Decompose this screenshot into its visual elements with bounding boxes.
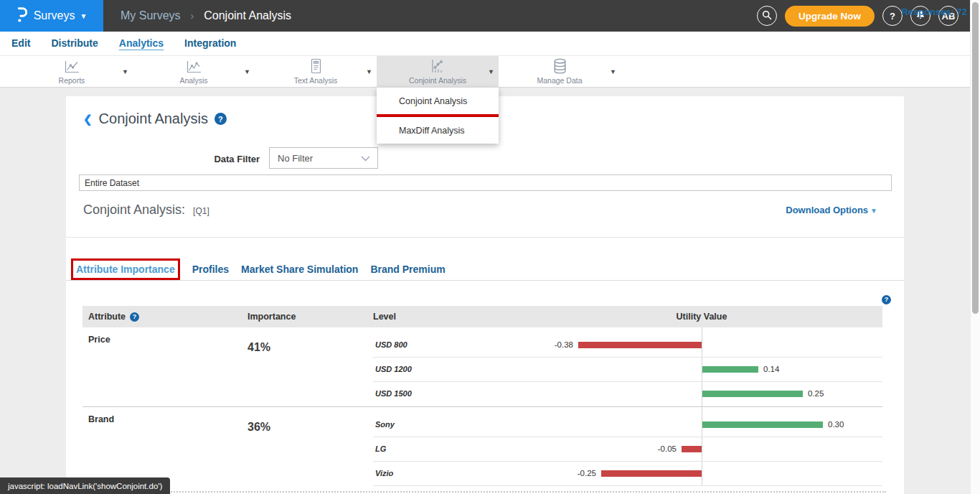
- toolbar-item-reports[interactable]: Reports▼: [11, 56, 133, 88]
- breadcrumb: My Surveys › Conjoint Analysis: [121, 9, 291, 22]
- download-options-button[interactable]: Download Options▼: [786, 205, 877, 215]
- column-importance: Importance: [248, 312, 373, 322]
- breadcrumb-current: Conjoint Analysis: [204, 9, 291, 22]
- toolbar-item-label: Reports: [59, 76, 85, 85]
- divider: [66, 237, 904, 238]
- level-row: Vizio-0.25: [373, 462, 882, 486]
- nav-item-analytics[interactable]: Analytics: [119, 37, 164, 50]
- toolbar-item-analysis[interactable]: Analysis▼: [133, 56, 255, 88]
- level-label: Vizio: [375, 469, 393, 477]
- scrollbar-thumb[interactable]: [972, 2, 979, 314]
- top-bar: Surveys ▼ My Surveys › Conjoint Analysis…: [0, 0, 970, 32]
- utility-bar: [702, 366, 758, 373]
- toolbar-item-manage-data[interactable]: Manage Data▼: [499, 56, 621, 88]
- toolbar-caret-icon[interactable]: ▼: [366, 68, 372, 75]
- surveys-product-menu[interactable]: Surveys ▼: [0, 0, 103, 32]
- utility-value-label: 0.14: [763, 365, 779, 373]
- importance-value: 36%: [248, 407, 373, 486]
- section-heading: Conjoint Analysis:: [83, 202, 185, 218]
- upgrade-now-button[interactable]: Upgrade Now: [785, 6, 875, 27]
- product-caret-icon: ▼: [80, 12, 87, 20]
- toolbar-item-label: Text Analysis: [294, 76, 338, 85]
- table-bottom-dashed-divider: [83, 491, 886, 493]
- level-row: LG-0.05: [373, 437, 882, 462]
- page-title: Conjoint Analysis: [99, 111, 208, 127]
- importance-value: 41%: [248, 327, 373, 406]
- tab-market-share-simulation[interactable]: Market Share Simulation: [241, 264, 358, 275]
- attribute-table-body: Price41%USD 800-0.38USD 12000.14USD 1500…: [83, 327, 882, 486]
- toolbar-item-text-analysis[interactable]: Text Analysis▼: [255, 56, 377, 88]
- attribute-name: Price: [83, 327, 248, 406]
- level-label: USD 1500: [375, 389, 412, 398]
- attribute-name: Brand: [83, 407, 248, 486]
- app-window: Surveys ▼ My Surveys › Conjoint Analysis…: [0, 0, 980, 494]
- data-filter-select[interactable]: No Filter: [269, 147, 378, 169]
- level-row: Sony0.30: [373, 413, 882, 437]
- toolbar-caret-icon[interactable]: ▼: [610, 68, 616, 75]
- vertical-scrollbar[interactable]: [970, 0, 980, 494]
- nav-item-integration[interactable]: Integration: [184, 37, 236, 50]
- level-label: USD 800: [375, 340, 407, 349]
- responses-count: Responses: 72: [901, 6, 967, 17]
- download-options-label: Download Options: [786, 205, 868, 215]
- toolbar-caret-icon[interactable]: ▼: [488, 68, 494, 75]
- data-filter-label: Data Filter: [188, 154, 260, 164]
- level-label: USD 1200: [375, 365, 412, 373]
- breadcrumb-separator-icon: ›: [191, 10, 194, 22]
- tab-attribute-importance[interactable]: Attribute Importance: [76, 264, 175, 275]
- toolbar-item-label: Analysis: [179, 76, 207, 85]
- line-chart-icon: [64, 59, 80, 75]
- nav-item-distribute[interactable]: Distribute: [51, 37, 98, 50]
- nav-item-edit[interactable]: Edit: [11, 37, 30, 50]
- level-label: Sony: [375, 420, 395, 429]
- utility-bar: [682, 446, 702, 452]
- toolbar-item-label: Conjoint Analysis: [409, 76, 466, 85]
- toolbar-caret-icon[interactable]: ▼: [244, 68, 250, 75]
- chevron-down-icon: [361, 153, 370, 164]
- utility-value-label: -0.38: [555, 340, 573, 349]
- table-help-icon[interactable]: ?: [882, 295, 891, 304]
- toolbar-item-label: Manage Data: [537, 76, 582, 85]
- main-area: ❮ Conjoint Analysis ? Data Filter No Fil…: [0, 88, 970, 494]
- tab-profiles[interactable]: Profiles: [192, 264, 229, 275]
- utility-bar: [578, 342, 702, 348]
- utility-value-label: 0.30: [828, 420, 844, 429]
- download-caret-icon: ▼: [870, 207, 877, 215]
- tab-brand-premium[interactable]: Brand Premium: [370, 264, 445, 275]
- utility-bar: [702, 421, 823, 428]
- menu-item-conjoint-analysis[interactable]: Conjoint Analysis: [377, 88, 499, 114]
- conjoint-chart-icon: [430, 59, 446, 75]
- search-icon: [762, 10, 772, 22]
- toolbar-item-conjoint-analysis[interactable]: Conjoint Analysis▼: [377, 56, 499, 88]
- utility-value-label: -0.05: [658, 444, 677, 453]
- product-name: Surveys: [34, 9, 75, 22]
- utility-value-label: 0.25: [808, 389, 824, 398]
- content-card: ❮ Conjoint Analysis ? Data Filter No Fil…: [66, 96, 904, 494]
- section-heading-row: Conjoint Analysis: [Q1]: [83, 202, 209, 218]
- divider: [66, 280, 904, 281]
- breadcrumb-my-surveys[interactable]: My Surveys: [121, 9, 181, 22]
- page-title-row: ❮ Conjoint Analysis ?: [83, 111, 227, 127]
- analysis-chart-icon: [186, 59, 202, 75]
- data-filter-value: No Filter: [278, 153, 313, 164]
- database-icon: [552, 59, 567, 75]
- column-level: Level: [373, 312, 396, 322]
- attribute-group-brand: Brand36%Sony0.30LG-0.05Vizio-0.25: [83, 406, 882, 486]
- utility-bar: [601, 470, 702, 477]
- levels-chart: Sony0.30LG-0.05Vizio-0.25: [373, 407, 882, 486]
- page-help-icon[interactable]: ?: [215, 113, 227, 125]
- search-button[interactable]: [757, 6, 777, 26]
- questionpro-logo-icon: [17, 6, 27, 26]
- menu-item-maxdiff-analysis[interactable]: MaxDiff Analysis: [377, 117, 499, 144]
- level-label: LG: [375, 444, 386, 453]
- back-chevron-icon[interactable]: ❮: [83, 113, 93, 126]
- help-button[interactable]: ?: [882, 6, 903, 26]
- toolbar-caret-icon[interactable]: ▼: [122, 68, 128, 75]
- attribute-group-price: Price41%USD 800-0.38USD 12000.14USD 1500…: [83, 327, 882, 406]
- utility-bar: [702, 391, 803, 397]
- dataset-input[interactable]: [79, 174, 892, 191]
- analytics-toolbar: Reports▼Analysis▼Text Analysis▼Conjoint …: [0, 56, 980, 88]
- column-attribute: Attribute: [88, 312, 126, 322]
- table-help-icon-wrap: ?: [882, 292, 891, 304]
- attribute-help-icon[interactable]: ?: [130, 312, 139, 322]
